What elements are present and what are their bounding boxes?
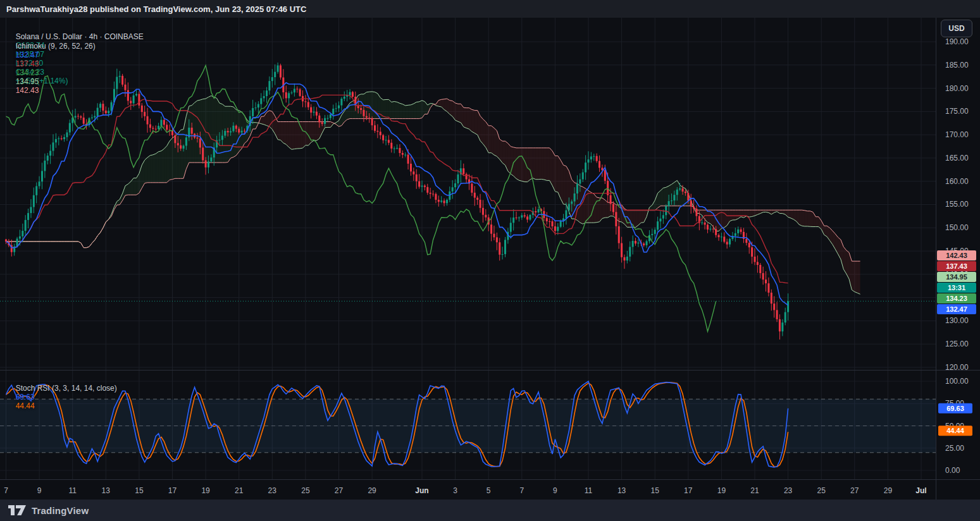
ichimoku-chikou-value: 134.23 <box>16 68 39 77</box>
svg-text:21: 21 <box>750 486 759 495</box>
svg-text:29: 29 <box>368 486 376 495</box>
svg-text:165.00: 165.00 <box>945 154 969 162</box>
svg-text:3: 3 <box>453 486 457 495</box>
ichimoku-label: Ichimoku (9, 26, 52, 26) <box>16 42 96 51</box>
svg-text:27: 27 <box>850 486 859 495</box>
ichimoku-senkou-b-value: 142.43 <box>16 86 39 95</box>
svg-text:170.00: 170.00 <box>945 130 969 139</box>
svg-text:13: 13 <box>617 486 626 495</box>
svg-text:19: 19 <box>717 486 726 495</box>
ichimoku-senkou-a-value: 134.95 <box>16 77 39 86</box>
svg-text:0.00: 0.00 <box>945 466 960 475</box>
svg-text:Jul: Jul <box>915 486 926 495</box>
svg-text:160.00: 160.00 <box>945 177 969 186</box>
tradingview-logo-icon[interactable] <box>8 503 27 517</box>
countdown-tag: 13:31 <box>937 283 976 293</box>
svg-text:190.00: 190.00 <box>945 37 969 46</box>
svg-text:25.00: 25.00 <box>945 444 964 453</box>
svg-text:13: 13 <box>102 486 111 495</box>
currency-button[interactable]: USD <box>941 20 972 37</box>
last-price-tag: 134.23 <box>937 293 976 303</box>
svg-text:23: 23 <box>268 486 277 495</box>
svg-text:25: 25 <box>301 486 310 495</box>
footer-brand[interactable]: TradingView <box>32 505 89 516</box>
ichimoku-tenkan-value: 132.47 <box>16 51 39 59</box>
svg-text:27: 27 <box>335 486 344 495</box>
svg-text:155.00: 155.00 <box>945 200 969 209</box>
svg-text:23: 23 <box>784 486 793 495</box>
ichimoku-legend: Ichimoku (9, 26, 52, 26) 132.47 137.43 1… <box>11 33 99 95</box>
svg-text:7: 7 <box>4 486 8 495</box>
svg-text:25: 25 <box>817 486 826 495</box>
tradingview-published-chart: { "header": {"text": "ParshwaTurakhiya28… <box>0 0 980 521</box>
svg-text:11: 11 <box>585 486 593 495</box>
senkou-a-tag: 134.95 <box>937 272 976 282</box>
svg-text:7: 7 <box>519 486 524 495</box>
svg-text:15: 15 <box>135 486 144 495</box>
svg-text:17: 17 <box>168 486 177 495</box>
svg-text:125.00: 125.00 <box>945 340 969 348</box>
svg-text:180.00: 180.00 <box>945 84 969 93</box>
svg-text:29: 29 <box>884 486 893 495</box>
svg-text:15: 15 <box>651 486 660 495</box>
svg-text:5: 5 <box>487 486 491 495</box>
svg-text:19: 19 <box>201 486 210 495</box>
svg-text:100.00: 100.00 <box>945 377 969 386</box>
svg-text:130.00: 130.00 <box>945 316 969 325</box>
svg-text:9: 9 <box>553 486 557 495</box>
stoch-rsi-label: Stoch RSI (3, 3, 14, 14, close) <box>16 384 117 393</box>
stoch-k-value: 69.63 <box>16 393 35 401</box>
svg-text:150.00: 150.00 <box>945 223 969 232</box>
svg-text:9: 9 <box>37 486 42 495</box>
svg-text:11: 11 <box>68 486 77 495</box>
svg-text:185.00: 185.00 <box>945 61 969 70</box>
senkou-b-tag: 142.43 <box>937 250 976 260</box>
tenkan-tag: 132.47 <box>937 304 976 314</box>
svg-text:17: 17 <box>684 486 693 495</box>
svg-text:44.44: 44.44 <box>946 427 964 434</box>
svg-text:21: 21 <box>235 486 244 495</box>
stoch-rsi-legend: Stoch RSI (3, 3, 14, 14, close) 69.63 44… <box>11 375 121 410</box>
svg-text:69.63: 69.63 <box>946 405 964 412</box>
stoch-d-value: 44.44 <box>16 401 35 410</box>
svg-text:120.00: 120.00 <box>945 363 969 372</box>
kijun-tag: 137.43 <box>937 261 976 271</box>
svg-text:175.00: 175.00 <box>945 107 969 116</box>
ichimoku-kijun-value: 137.43 <box>16 59 39 68</box>
footer-bar: TradingView <box>0 500 980 521</box>
svg-text:Jun: Jun <box>415 486 428 495</box>
